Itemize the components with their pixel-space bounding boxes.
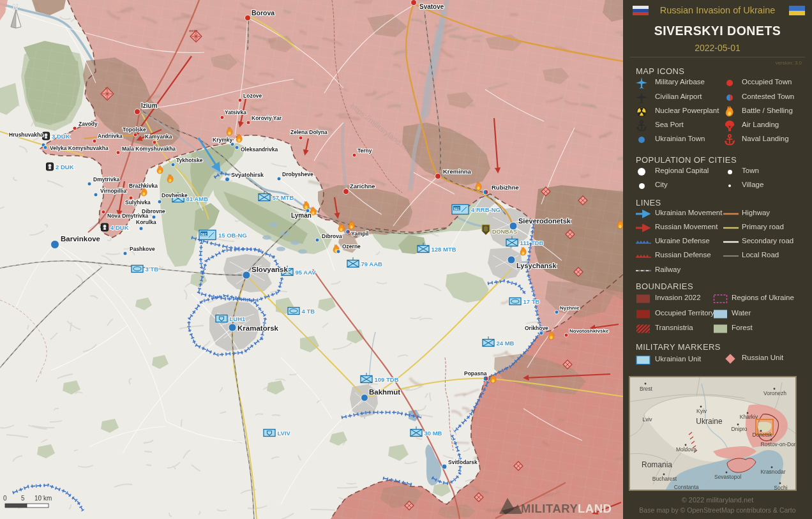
svg-text:Dnipro: Dnipro bbox=[731, 426, 747, 432]
svg-text:Lozove: Lozove bbox=[243, 93, 262, 99]
svg-text:LAND: LAND bbox=[578, 502, 612, 515]
svg-text:Tykhotske: Tykhotske bbox=[176, 157, 203, 163]
svg-text:Svyatohirsk: Svyatohirsk bbox=[231, 172, 264, 178]
svg-text:24 MB: 24 MB bbox=[497, 340, 515, 347]
svg-text:Nyzhnie: Nyzhnie bbox=[560, 305, 580, 311]
svg-text:Velyka Komyshuvakha: Velyka Komyshuvakha bbox=[50, 145, 109, 151]
svg-text:Popasna: Popasna bbox=[464, 370, 487, 377]
svg-text:Svatove: Svatove bbox=[419, 3, 444, 10]
svg-text:Brest: Brest bbox=[640, 386, 652, 392]
svg-text:Virnopillia: Virnopillia bbox=[100, 188, 126, 194]
svg-text:Kramatorsk: Kramatorsk bbox=[237, 324, 279, 332]
svg-text:Dibrovne: Dibrovne bbox=[142, 208, 165, 214]
svg-text:111 TDB: 111 TDB bbox=[520, 239, 544, 246]
svg-text:Bakhmut: Bakhmut bbox=[369, 388, 400, 396]
svg-text:Koroviy Yar: Koroviy Yar bbox=[252, 115, 282, 121]
svg-text:95 AAV: 95 AAV bbox=[296, 269, 317, 276]
svg-text:Rubizhne: Rubizhne bbox=[492, 184, 519, 191]
svg-text:Romania: Romania bbox=[642, 460, 672, 469]
svg-text:Svitlodarsk: Svitlodarsk bbox=[448, 459, 477, 465]
svg-text:Zavody: Zavody bbox=[79, 121, 98, 127]
svg-text:Dovhenke: Dovhenke bbox=[162, 192, 188, 199]
svg-text:81 AMB: 81 AMB bbox=[186, 195, 209, 202]
svg-text:SEC: SEC bbox=[201, 233, 207, 236]
svg-text:4 TB: 4 TB bbox=[302, 308, 315, 315]
svg-text:109 TDB: 109 TDB bbox=[375, 376, 399, 383]
svg-text:x: x bbox=[105, 86, 107, 90]
svg-text:Pashkove: Pashkove bbox=[130, 246, 155, 252]
svg-text:Dibrova: Dibrova bbox=[322, 233, 342, 239]
svg-text:Mala Komyshuvakha: Mala Komyshuvakha bbox=[122, 146, 176, 152]
svg-text:Kreminna: Kreminna bbox=[443, 168, 472, 175]
svg-text:Barvinkove: Barvinkove bbox=[61, 235, 100, 243]
svg-text:SEC: SEC bbox=[454, 207, 460, 211]
svg-text:Lysychansk: Lysychansk bbox=[516, 262, 557, 269]
svg-text:Kyiv: Kyiv bbox=[696, 408, 707, 414]
svg-text:Izium: Izium bbox=[141, 102, 158, 109]
svg-text:Ukraine: Ukraine bbox=[696, 417, 723, 426]
svg-text:Lyman: Lyman bbox=[291, 212, 312, 219]
svg-text:Novotoshkivske: Novotoshkivske bbox=[569, 328, 609, 334]
svg-text:Borova: Borova bbox=[252, 9, 274, 17]
svg-text:Yatsivka: Yatsivka bbox=[225, 109, 246, 116]
svg-text:30 MB: 30 MB bbox=[425, 430, 442, 437]
svg-text:4 DUK: 4 DUK bbox=[110, 224, 129, 231]
svg-text:xxxx: xxxx bbox=[189, 29, 198, 33]
svg-text:10 km: 10 km bbox=[34, 495, 52, 502]
svg-text:Yampil: Yampil bbox=[351, 230, 368, 237]
svg-text:Korulka: Korulka bbox=[136, 219, 156, 225]
svg-text:Krasnodar: Krasnodar bbox=[760, 469, 785, 475]
svg-text:Hrushuvakha: Hrushuvakha bbox=[9, 132, 43, 138]
svg-text:57 MTB: 57 MTB bbox=[273, 194, 294, 201]
svg-text:Bucharest: Bucharest bbox=[652, 476, 677, 482]
svg-text:Slovyansk: Slovyansk bbox=[252, 266, 288, 273]
svg-text:Topolske: Topolske bbox=[123, 126, 146, 133]
svg-text:79 AAB: 79 AAB bbox=[361, 260, 383, 267]
svg-text:15 OB-NG: 15 OB-NG bbox=[218, 232, 247, 239]
svg-text:Moldova: Moldova bbox=[676, 446, 696, 453]
svg-text:Voronezh: Voronezh bbox=[763, 390, 786, 396]
svg-text:Lviv: Lviv bbox=[642, 416, 652, 423]
svg-text:Rostov-on-Don: Rostov-on-Don bbox=[760, 441, 795, 448]
svg-text:Brazhkivka: Brazhkivka bbox=[129, 183, 158, 189]
svg-text:Sulyhivka: Sulyhivka bbox=[125, 199, 151, 206]
svg-text:Sieverodonetsk: Sieverodonetsk bbox=[518, 217, 571, 225]
svg-text:Andriivka: Andriivka bbox=[98, 133, 123, 139]
svg-text:5: 5 bbox=[21, 495, 25, 502]
svg-text:Zarichne: Zarichne bbox=[350, 183, 375, 190]
svg-text:LUH1: LUH1 bbox=[230, 315, 246, 322]
svg-text:MILITARY: MILITARY bbox=[521, 502, 578, 515]
svg-text:0: 0 bbox=[3, 495, 7, 502]
svg-text:4 RRB-NG: 4 RRB-NG bbox=[471, 206, 500, 213]
svg-text:Sochi: Sochi bbox=[774, 485, 787, 490]
svg-text:Zelena Dolyna: Zelena Dolyna bbox=[290, 129, 327, 135]
svg-text:Oleksandrivka: Oleksandrivka bbox=[241, 146, 278, 153]
svg-text:128 MTB: 128 MTB bbox=[432, 246, 456, 253]
svg-text:Kharkiv: Kharkiv bbox=[740, 414, 758, 420]
svg-text:Sevastopol: Sevastopol bbox=[714, 474, 741, 480]
svg-text:17 TB: 17 TB bbox=[523, 298, 540, 305]
svg-text:Terny: Terny bbox=[357, 147, 372, 154]
svg-text:2 DUK: 2 DUK bbox=[56, 163, 74, 170]
svg-text:Drobysheve: Drobysheve bbox=[282, 171, 313, 177]
svg-text:3 DUK: 3 DUK bbox=[52, 133, 70, 140]
svg-text:Dmytrivka: Dmytrivka bbox=[93, 176, 119, 183]
svg-text:LVIV: LVIV bbox=[278, 430, 291, 437]
svg-text:Orikhove: Orikhove bbox=[525, 325, 548, 331]
svg-text:Donetsk: Donetsk bbox=[752, 432, 772, 438]
svg-text:Kamyanka: Kamyanka bbox=[145, 133, 172, 140]
svg-text:Constanta: Constanta bbox=[674, 484, 699, 490]
svg-text:Krymky: Krymky bbox=[213, 137, 232, 143]
svg-text:Ozerne: Ozerne bbox=[342, 243, 361, 250]
svg-text:3 TB: 3 TB bbox=[146, 266, 159, 273]
